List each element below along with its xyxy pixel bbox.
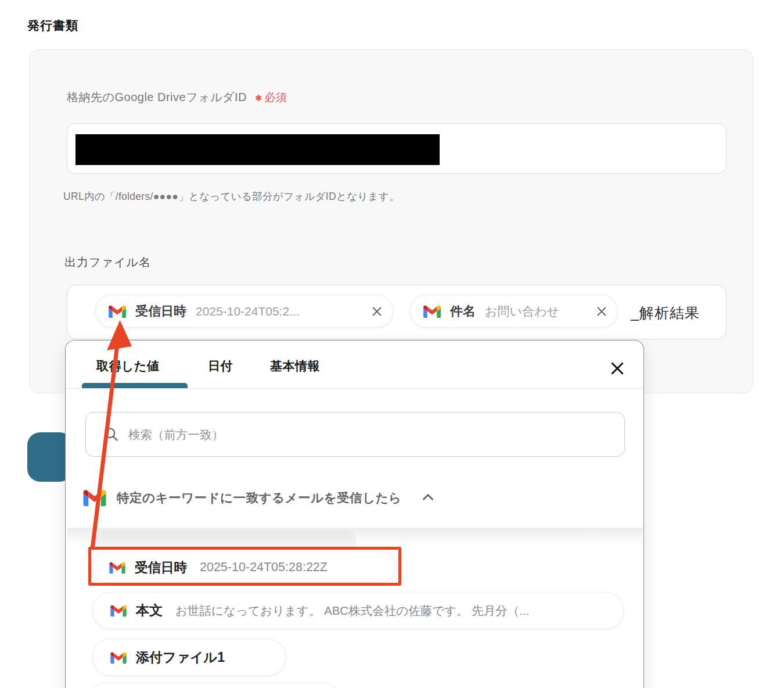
tab-acquired-values[interactable]: 取得した値 bbox=[96, 358, 159, 374]
output-filename-label: 出力ファイル名 bbox=[64, 255, 151, 270]
folder-id-label: 格納先のGoogle DriveフォルダID ✱ 必須 bbox=[67, 89, 287, 105]
tabs-divider bbox=[66, 388, 643, 389]
folder-id-input[interactable] bbox=[67, 123, 727, 174]
item-value: 2025-10-24T05:28:22Z bbox=[200, 560, 328, 575]
token-chip-received-datetime[interactable]: 受信日時 2025-10-24T05:2... bbox=[95, 295, 393, 328]
gmail-icon bbox=[109, 561, 125, 574]
chip-name: 件名 bbox=[450, 303, 476, 320]
folder-id-helper: URL内の「/folders/●●●●」となっている部分がフォルダIDとなります… bbox=[63, 189, 400, 203]
screen: 発行書類 格納先のGoogle DriveフォルダID ✱ 必須 URL内の「/… bbox=[0, 0, 784, 688]
chip-value: 2025-10-24T05:2... bbox=[196, 304, 300, 318]
item-name: 本文 bbox=[136, 601, 163, 619]
list-item-attachment1[interactable]: 添付ファイル1 bbox=[92, 639, 286, 676]
list-item-partial[interactable] bbox=[92, 683, 336, 688]
item-name: 添付ファイル1 bbox=[136, 648, 225, 666]
chip-remove-button[interactable] bbox=[587, 305, 608, 318]
close-icon bbox=[595, 305, 608, 318]
active-tab-indicator bbox=[82, 383, 188, 388]
gmail-icon bbox=[110, 651, 127, 664]
item-value: お世話になっております。 ABC株式会社の佐藤です。 先月分（... bbox=[175, 603, 529, 619]
close-icon bbox=[371, 305, 383, 318]
search-input[interactable] bbox=[128, 428, 613, 442]
chip-remove-button[interactable] bbox=[362, 305, 383, 318]
search-box bbox=[85, 412, 625, 457]
required-badge: ✱ 必須 bbox=[255, 90, 287, 105]
search-icon bbox=[103, 427, 119, 442]
section-title: 特定のキーワードに一致するメールを受信したら bbox=[117, 489, 402, 506]
gmail-icon bbox=[83, 489, 106, 506]
chevron-up-icon bbox=[420, 490, 436, 505]
gmail-icon bbox=[109, 304, 126, 318]
chip-value: お問い合わせ bbox=[485, 303, 559, 320]
gmail-icon bbox=[423, 304, 441, 318]
trigger-section-header[interactable]: 特定のキーワードに一致するメールを受信したら bbox=[83, 486, 436, 509]
token-picker-popup: 取得した値 日付 基本情報 特定のキーワードに一致するメールを受信したら bbox=[65, 340, 644, 688]
tab-date[interactable]: 日付 bbox=[208, 358, 233, 374]
required-asterisk-icon: ✱ bbox=[255, 93, 262, 103]
page-title: 発行書類 bbox=[27, 17, 78, 34]
item-name: 受信日時 bbox=[135, 558, 187, 576]
list-item-body[interactable]: 本文 お世話になっております。 ABC株式会社の佐藤です。 先月分（... bbox=[92, 592, 624, 629]
chip-name: 受信日時 bbox=[135, 303, 186, 320]
popup-close-button[interactable] bbox=[607, 358, 628, 379]
list-item-faded bbox=[96, 530, 356, 549]
close-icon bbox=[609, 360, 626, 377]
gmail-icon bbox=[110, 604, 127, 617]
list-item-received-datetime[interactable]: 受信日時 2025-10-24T05:28:22Z bbox=[92, 551, 395, 583]
filename-suffix-text: _解析結果 bbox=[631, 303, 700, 322]
redacted-value bbox=[75, 134, 440, 165]
token-chip-subject[interactable]: 件名 お問い合わせ bbox=[410, 295, 618, 328]
tab-basic-info[interactable]: 基本情報 bbox=[270, 358, 320, 374]
